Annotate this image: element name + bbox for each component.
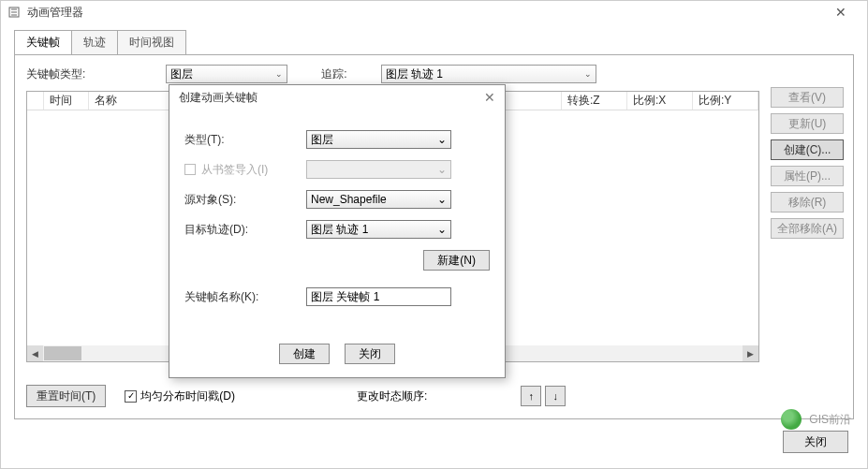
import-checkbox [184,164,196,175]
dialog-title: 创建动画关键帧 [179,90,257,106]
keyframe-type-label: 关键帧类型: [26,66,85,82]
dialog-close-button[interactable]: 关闭 [345,344,395,364]
window-title: 动画管理器 [27,5,83,21]
change-order-label: 更改时态顺序: [357,388,427,404]
target-label: 目标轨迹(D): [184,222,306,238]
type-value: 图层 [311,132,333,148]
type-label: 类型(T): [184,132,306,148]
wechat-icon [781,409,802,430]
bottom-controls: 重置时间(T) 均匀分布时间戳(D) 更改时态顺序: ↑ ↓ [26,385,842,407]
view-button[interactable]: 查看(V) [771,87,844,108]
new-track-button[interactable]: 新建(N) [423,250,490,271]
distribute-checkbox[interactable] [125,390,137,403]
chevron-down-icon: ⌄ [437,163,447,176]
close-button[interactable]: 关闭 [783,431,848,453]
import-bookmark-option: 从书签导入(I) [184,162,306,178]
kf-name-label: 关键帧名称(K): [184,289,306,305]
keyframe-type-value: 图层 [170,66,193,82]
dialog-title-bar: 创建动画关键帧 ✕ [169,85,505,110]
chevron-down-icon: ⌄ [437,193,447,206]
distribute-label: 均匀分布时间戳(D) [140,388,235,404]
remove-all-button[interactable]: 全部移除(A) [771,218,844,239]
chevron-down-icon: ⌄ [437,223,447,236]
col-select[interactable] [27,92,44,110]
dialog-close-icon[interactable]: ✕ [484,90,495,105]
window-close-button[interactable]: ✕ [822,5,860,20]
source-value: New_Shapefile [311,193,387,206]
kf-name-input[interactable] [306,287,451,306]
title-bar: 动画管理器 ✕ [1,1,867,23]
tab-time-view[interactable]: 时间视图 [117,30,186,55]
reset-time-button[interactable]: 重置时间(T) [26,385,106,407]
keyframe-type-combo[interactable]: 图层 ⌄ [166,65,287,83]
scroll-thumb[interactable] [44,346,81,360]
tab-tracks[interactable]: 轨迹 [71,30,118,55]
watermark-text: GIS前沿 [809,412,851,428]
track-value: 图层 轨迹 1 [386,66,443,82]
source-combo[interactable]: New_Shapefile ⌄ [306,190,451,209]
chevron-down-icon: ⌄ [584,69,592,79]
dialog-create-button[interactable]: 创建 [279,344,330,364]
chevron-down-icon: ⌄ [275,69,283,79]
side-button-panel: 查看(V) 更新(U) 创建(C)... 属性(P)... 移除(R) 全部移除… [771,87,844,239]
move-down-button[interactable]: ↓ [545,386,566,406]
dialog-footer: 创建 关闭 [169,332,505,377]
scroll-left-icon[interactable]: ◀ [27,345,43,361]
chevron-down-icon: ⌄ [437,133,447,146]
move-up-button[interactable]: ↑ [521,386,541,406]
create-button[interactable]: 创建(C)... [771,139,844,160]
col-time[interactable]: 时间 [44,92,89,110]
create-keyframe-dialog: 创建动画关键帧 ✕ 类型(T): 图层 ⌄ 从书签导入(I) ⌄ 源对象(S):… [169,84,506,378]
target-combo[interactable]: 图层 轨迹 1 ⌄ [306,220,451,239]
watermark: GIS前沿 [781,409,851,430]
app-icon [8,7,22,18]
track-combo[interactable]: 图层 轨迹 1 ⌄ [381,65,596,83]
source-label: 源对象(S): [184,192,306,208]
tab-keyframes[interactable]: 关键帧 [14,30,72,55]
update-button[interactable]: 更新(U) [771,113,844,134]
remove-button[interactable]: 移除(R) [771,192,844,213]
properties-button[interactable]: 属性(P)... [771,166,844,186]
col-transform-z[interactable]: 转换:Z [562,92,627,110]
scroll-right-icon[interactable]: ▶ [743,345,758,361]
track-label: 追踪: [321,66,346,82]
import-combo: ⌄ [306,160,451,179]
target-value: 图层 轨迹 1 [311,222,368,238]
type-combo[interactable]: 图层 ⌄ [306,130,451,149]
tab-strip: 关键帧 轨迹 时间视图 [1,23,867,54]
col-scale-x[interactable]: 比例:X [627,92,693,110]
col-scale-y[interactable]: 比例:Y [693,92,758,110]
